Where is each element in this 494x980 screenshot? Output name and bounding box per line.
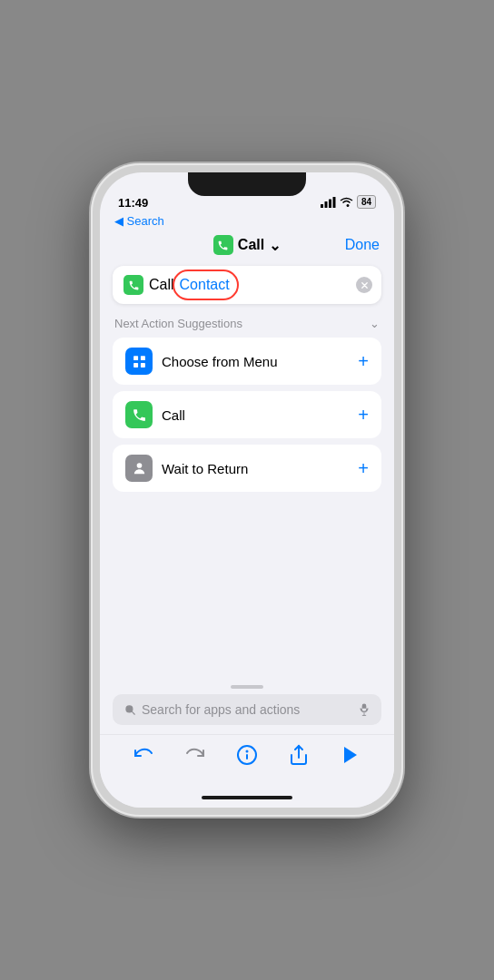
suggestion-label-wait: Wait to Return	[162, 461, 349, 476]
phone-frame: 11:49 84 ◀ Search	[91, 163, 403, 817]
person-icon	[132, 461, 147, 476]
undo-icon	[133, 744, 154, 766]
play-icon	[340, 744, 361, 766]
suggestion-label-choose-menu: Choose from Menu	[162, 354, 349, 369]
call-suggestion-icon	[125, 401, 153, 428]
header-title-text: Call	[238, 237, 264, 253]
action-card: Call Contact	[113, 266, 381, 304]
svg-point-8	[136, 463, 142, 468]
home-bar	[202, 796, 292, 799]
info-button[interactable]	[232, 740, 262, 769]
suggestion-label-call: Call	[162, 407, 349, 423]
suggestion-item-choose-menu[interactable]: Choose from Menu +	[113, 338, 381, 385]
suggestion-item-call[interactable]: Call +	[113, 391, 381, 438]
call-icon-card	[124, 275, 143, 295]
search-bar[interactable]: Search for apps and actions	[113, 694, 381, 725]
microphone-icon[interactable]	[358, 701, 370, 718]
back-nav[interactable]: ◀ Search	[100, 212, 394, 231]
contact-token[interactable]: Contact	[180, 277, 230, 293]
svg-rect-2	[329, 199, 331, 208]
svg-rect-1	[324, 201, 327, 208]
svg-marker-13	[344, 747, 357, 763]
status-time: 11:49	[118, 197, 148, 209]
sheet-handle	[100, 678, 394, 694]
header-title-group: Call ⌄	[213, 235, 281, 255]
content-area: Call Contact Next Action Suggestions ⌄	[100, 262, 394, 808]
suggestions-list: Choose from Menu + Call +	[113, 338, 381, 497]
signal-icon	[321, 197, 336, 208]
handle-bar	[231, 685, 263, 689]
back-search-label[interactable]: ◀ Search	[114, 214, 380, 228]
notch	[188, 172, 306, 196]
undo-button[interactable]	[129, 740, 158, 769]
redo-icon	[184, 744, 206, 766]
wait-icon	[125, 455, 153, 482]
add-button-call[interactable]: +	[358, 406, 369, 424]
redo-button[interactable]	[181, 740, 210, 769]
page-header: Call ⌄ Done	[100, 231, 394, 262]
battery-icon: 84	[357, 195, 376, 209]
add-button-wait[interactable]: +	[358, 459, 369, 477]
home-indicator	[100, 788, 394, 808]
share-button[interactable]	[284, 740, 313, 769]
phone-icon-suggestion	[132, 407, 147, 423]
suggestion-item-wait[interactable]: Wait to Return +	[113, 445, 381, 492]
search-placeholder: Search for apps and actions	[142, 702, 352, 717]
share-icon	[288, 744, 310, 766]
svg-rect-5	[140, 356, 144, 360]
suggestions-header: Next Action Suggestions ⌄	[100, 313, 394, 338]
phone-icon-card	[128, 279, 140, 291]
info-icon	[236, 744, 258, 766]
header-chevron: ⌄	[269, 237, 281, 254]
svg-rect-7	[140, 362, 144, 367]
clear-button[interactable]	[356, 277, 372, 293]
add-button-choose-menu[interactable]: +	[358, 352, 369, 370]
action-card-prefix: Call	[149, 277, 174, 293]
suggestions-label: Next Action Suggestions	[114, 317, 242, 330]
status-icons: 84	[321, 195, 376, 209]
toolbar	[100, 734, 394, 788]
svg-rect-3	[332, 197, 335, 208]
suggestions-chevron[interactable]: ⌄	[370, 317, 380, 330]
close-icon	[361, 281, 369, 289]
svg-rect-4	[133, 356, 138, 360]
search-icon	[124, 703, 136, 716]
phone-icon	[217, 240, 229, 251]
svg-rect-6	[133, 362, 138, 367]
call-icon-header	[213, 235, 233, 255]
content-spacer	[100, 497, 394, 678]
phone-screen: 11:49 84 ◀ Search	[100, 172, 394, 808]
done-button[interactable]: Done	[345, 237, 380, 253]
menu-grid-icon	[132, 354, 147, 369]
wifi-icon	[340, 197, 353, 208]
play-button[interactable]	[336, 740, 365, 769]
menu-icon	[125, 348, 153, 375]
svg-rect-0	[321, 204, 323, 208]
